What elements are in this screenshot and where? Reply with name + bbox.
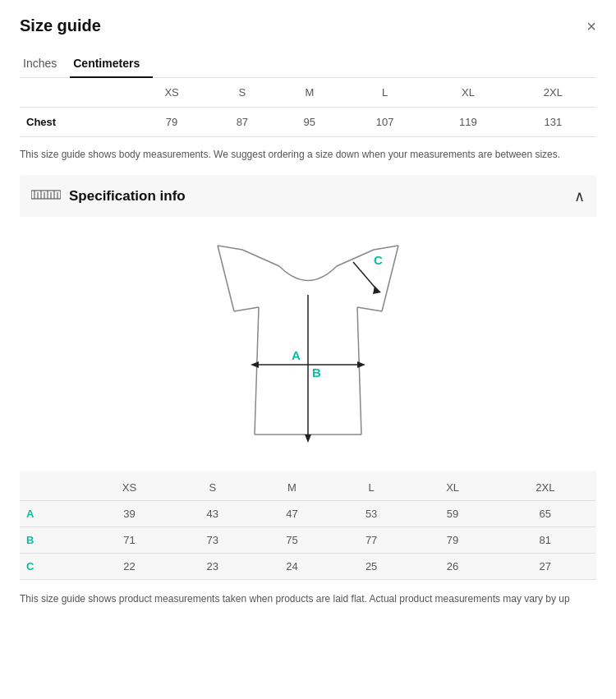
- tshirt-svg: A B C: [193, 233, 423, 463]
- spec-row-c-label: C: [20, 554, 86, 580]
- spec-row-a-label: A: [20, 501, 86, 527]
- spec-row-a-xl: 59: [411, 501, 494, 527]
- chevron-up-icon: ∧: [574, 187, 585, 205]
- size-table-col-l: L: [343, 78, 426, 108]
- size-table-row-label: Chest: [20, 108, 135, 137]
- size-table-cell-m: 95: [276, 108, 343, 137]
- size-table-cell-l: 107: [343, 108, 426, 137]
- svg-text:A: A: [292, 348, 301, 362]
- svg-line-19: [374, 246, 398, 250]
- svg-line-11: [218, 246, 242, 250]
- spec-header-left: Specification info: [31, 186, 186, 205]
- size-table-cell-2xl: 131: [510, 108, 596, 137]
- svg-line-13: [234, 307, 259, 311]
- spec-row-b-l: 77: [332, 527, 411, 554]
- svg-text:C: C: [374, 253, 383, 267]
- svg-marker-25: [305, 435, 311, 443]
- svg-line-9: [242, 250, 279, 266]
- spec-row-a-xs: 39: [86, 501, 173, 527]
- spec-row-b-label: B: [20, 527, 86, 554]
- close-button[interactable]: ×: [586, 18, 596, 34]
- svg-line-17: [357, 307, 382, 311]
- modal-header: Size guide ×: [20, 16, 596, 35]
- modal-title: Size guide: [20, 16, 101, 35]
- svg-line-12: [218, 246, 234, 311]
- svg-rect-0: [31, 191, 61, 199]
- svg-line-16: [357, 307, 361, 435]
- spec-row-c-l: 25: [332, 554, 411, 580]
- spec-section: Specification info ∧: [20, 175, 596, 580]
- svg-line-18: [382, 246, 398, 311]
- size-guide-modal: Size guide × Inches Centimeters XS S M L…: [0, 0, 616, 699]
- spec-row-b-2xl: 81: [494, 527, 596, 554]
- spec-col-m: M: [252, 475, 332, 501]
- spec-col-l: L: [332, 475, 411, 501]
- ruler-icon: [31, 186, 61, 205]
- spec-row-c-2xl: 27: [494, 554, 596, 580]
- size-table-cell-xs: 79: [135, 108, 209, 137]
- svg-marker-22: [357, 361, 365, 368]
- spec-row-a-s: 43: [172, 501, 252, 527]
- spec-col-xl: XL: [411, 475, 494, 501]
- spec-row-c-xs: 22: [86, 554, 173, 580]
- spec-table-header-row: XS S M L XL 2XL: [20, 475, 596, 501]
- svg-text:B: B: [312, 366, 321, 379]
- spec-row-a-2xl: 65: [494, 501, 596, 527]
- tab-centimeters[interactable]: Centimeters: [70, 50, 153, 78]
- spec-row-c-s: 23: [172, 554, 252, 580]
- svg-line-14: [255, 307, 259, 435]
- body-measurement-hint: This size guide shows body measurements.…: [20, 147, 596, 162]
- size-table-cell-s: 87: [209, 108, 276, 137]
- table-row: Chest 79 87 95 107 119 131: [20, 108, 596, 137]
- spec-row-b-xl: 79: [411, 527, 494, 554]
- spec-section-title: Specification info: [69, 188, 186, 205]
- table-row: B 71 73 75 77 79 81: [20, 527, 596, 554]
- size-table-cell-xl: 119: [426, 108, 509, 137]
- tab-inches[interactable]: Inches: [20, 50, 70, 78]
- table-row: A 39 43 47 53 59 65: [20, 501, 596, 527]
- spec-col-xs: XS: [86, 475, 173, 501]
- size-table-col-empty: [20, 78, 135, 108]
- tab-bar: Inches Centimeters: [20, 50, 596, 78]
- spec-header[interactable]: Specification info ∧: [20, 175, 596, 217]
- size-table-col-2xl: 2XL: [510, 78, 596, 108]
- spec-table: XS S M L XL 2XL A 39 43 47 53 59 65: [20, 475, 596, 580]
- size-table: XS S M L XL 2XL Chest 79 87 95 107 119 1…: [20, 78, 596, 137]
- spec-row-c-xl: 26: [411, 554, 494, 580]
- spec-row-b-xs: 71: [86, 527, 173, 554]
- spec-row-b-s: 73: [172, 527, 252, 554]
- spec-row-a-m: 47: [252, 501, 332, 527]
- table-row: C 22 23 24 25 26 27: [20, 554, 596, 580]
- svg-marker-21: [251, 361, 259, 368]
- spec-row-a-l: 53: [332, 501, 411, 527]
- tshirt-diagram: A B C: [20, 217, 596, 471]
- size-table-col-m: M: [276, 78, 343, 108]
- spec-col-empty: [20, 475, 86, 501]
- spec-row-b-m: 75: [252, 527, 332, 554]
- size-table-col-xs: XS: [135, 78, 209, 108]
- spec-col-s: S: [172, 475, 252, 501]
- size-table-col-s: S: [209, 78, 276, 108]
- spec-col-2xl: 2XL: [494, 475, 596, 501]
- spec-row-c-m: 24: [252, 554, 332, 580]
- size-table-header-row: XS S M L XL 2XL: [20, 78, 596, 108]
- size-table-col-xl: XL: [426, 78, 509, 108]
- product-measurement-hint: This size guide shows product measuremen…: [20, 591, 596, 606]
